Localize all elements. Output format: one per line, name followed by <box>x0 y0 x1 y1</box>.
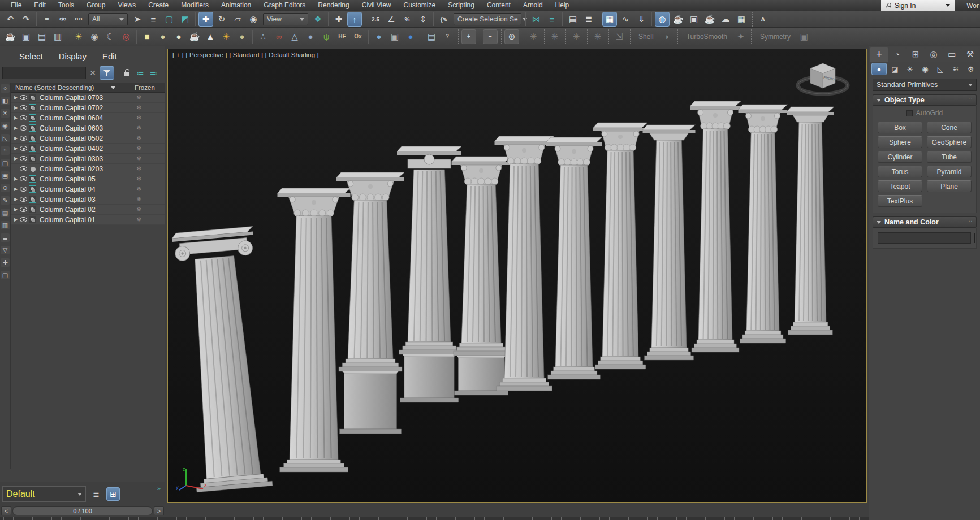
use-pivot-center-icon[interactable]: ❖ <box>310 12 325 27</box>
blue-sphere-icon[interactable]: ● <box>372 29 386 44</box>
teapot-icon[interactable]: ☕ <box>3 29 18 44</box>
next-frame-button[interactable]: > <box>154 506 164 515</box>
filter-containers-icon[interactable]: ✎ <box>1 196 10 205</box>
menu-help[interactable]: Help <box>549 0 576 11</box>
sun-icon[interactable]: ☀ <box>219 29 234 44</box>
rendered-frame-icon[interactable]: ▣ <box>687 12 701 27</box>
filter-cameras-icon[interactable]: ◉ <box>1 122 10 130</box>
tab-modify[interactable]: ◔ <box>888 47 906 62</box>
overflow-chevrons-icon[interactable]: » <box>157 485 161 492</box>
menu-civil-view[interactable]: Civil View <box>356 0 398 11</box>
frozen-toggle-icon[interactable]: ❄ <box>131 104 165 111</box>
menu-graph-editors[interactable]: Graph Editors <box>257 0 312 11</box>
teapot-button[interactable]: Teapot <box>878 180 922 192</box>
render-setup-icon[interactable]: ☕ <box>671 12 685 27</box>
expand-arrow-icon[interactable]: ▶ <box>11 105 19 110</box>
isolate-layers-button[interactable]: ≣ <box>89 487 103 501</box>
render-presets-icon[interactable]: ▦ <box>734 12 749 27</box>
selection-filter-button[interactable] <box>100 66 114 80</box>
render-cloud-icon[interactable]: ☁ <box>718 12 733 27</box>
textplus-button[interactable]: TextPlus <box>878 195 922 207</box>
expand-arrow-icon[interactable]: ▶ <box>11 125 19 131</box>
filter-materials-icon[interactable]: ▤ <box>1 209 10 217</box>
name-column-header[interactable]: Name (Sorted Descending) <box>11 84 131 91</box>
viewport-menu-plus[interactable]: [ + ] <box>172 51 184 58</box>
filter-y-icon[interactable]: ▽ <box>1 246 10 254</box>
visibility-eye-icon[interactable] <box>20 136 27 141</box>
previous-frame-button[interactable]: < <box>1 506 11 515</box>
symmetry-label[interactable]: Symmetry <box>760 33 791 41</box>
ornatrix-icon[interactable]: Ox <box>351 29 365 44</box>
unlink-icon[interactable]: ⚮ <box>55 12 70 27</box>
cat-cameras[interactable]: ◉ <box>918 63 932 75</box>
column-model[interactable] <box>643 125 696 360</box>
column-model[interactable] <box>278 188 351 472</box>
select-place-icon[interactable]: ◉ <box>246 12 261 27</box>
lattice-2-icon[interactable]: ✳ <box>547 29 562 44</box>
olive-sphere-icon[interactable]: ● <box>235 29 249 44</box>
turbosmooth-label[interactable]: TurboSmooth <box>687 33 727 41</box>
menu-rendering[interactable]: Rendering <box>312 0 355 11</box>
expand-arrow-icon[interactable]: ▶ <box>11 156 19 161</box>
frozen-toggle-icon[interactable]: ❄ <box>131 135 165 142</box>
filter-all-icon[interactable]: ○ <box>1 84 10 93</box>
pylon-icon[interactable]: △ <box>287 29 302 44</box>
glow-sphere-icon[interactable]: ● <box>171 29 186 44</box>
table-row[interactable]: ▶Column Capital 0703❄ <box>11 93 165 103</box>
globe-grid-icon[interactable]: ⊕ <box>504 29 519 44</box>
turbosmooth-icon[interactable]: ✦ <box>733 29 748 44</box>
cat-geometry[interactable]: ● <box>871 63 887 75</box>
time-slider[interactable]: 0 / 100 <box>12 506 153 515</box>
lock-icon[interactable] <box>124 69 131 77</box>
select-move-icon[interactable]: ✚ <box>198 12 213 27</box>
tab-motion[interactable]: ◎ <box>925 47 943 62</box>
table-row[interactable]: ▶Column Capital 0604❄ <box>11 113 165 123</box>
table-row[interactable]: ▶Column Capital 02❄ <box>11 205 165 215</box>
symmetry-icon[interactable]: ▣ <box>797 29 811 44</box>
column-model[interactable] <box>787 107 834 335</box>
expand-arrow-icon[interactable]: ▶ <box>11 217 19 222</box>
plane-button[interactable]: Plane <box>927 180 972 192</box>
viewport-canvas[interactable] <box>168 49 867 503</box>
table-row[interactable]: ▶Column Capital 0603❄ <box>11 123 165 133</box>
schematic-view-icon[interactable]: ⇓ <box>634 12 649 27</box>
undo-icon[interactable]: ↶ <box>3 12 18 27</box>
filter-helpers-icon[interactable]: ◺ <box>1 134 10 142</box>
filter-lights-icon[interactable]: ☀ <box>1 109 10 118</box>
viewcube[interactable]: FRONT <box>792 56 854 100</box>
lattice-3-icon[interactable]: ✳ <box>569 29 584 44</box>
visibility-eye-icon[interactable] <box>20 197 27 202</box>
menu-content[interactable]: Content <box>481 0 517 11</box>
align-icon[interactable]: ≡ <box>545 12 559 27</box>
visibility-eye-icon[interactable] <box>20 217 27 222</box>
autogrid-checkbox[interactable] <box>906 110 913 116</box>
panel-slider-icon[interactable]: ▥ <box>50 29 65 44</box>
visibility-eye-icon[interactable] <box>20 95 27 100</box>
primitive-category-dropdown[interactable]: Standard Primitives <box>873 79 977 91</box>
list-export-icon[interactable]: ▤ <box>424 29 439 44</box>
molecule-icon[interactable]: ∞ <box>271 29 286 44</box>
explorer-menu-display[interactable]: Display <box>52 50 93 62</box>
menu-scripting[interactable]: Scripting <box>442 0 481 11</box>
curve-editor-icon[interactable]: ∿ <box>618 12 633 27</box>
table-row[interactable]: ▶Column Capital 05❄ <box>11 174 165 184</box>
angle-snap-icon[interactable]: ∠ <box>384 12 399 27</box>
cat-shapes[interactable]: ◪ <box>888 63 902 75</box>
snap-toggle-icon[interactable]: 2.5 <box>368 12 383 27</box>
shell-label[interactable]: Shell <box>638 33 654 41</box>
mirror-icon[interactable]: ⋈ <box>529 12 543 27</box>
reference-coordinate-dropdown[interactable]: View <box>263 13 308 25</box>
visibility-eye-icon[interactable] <box>20 207 27 212</box>
table-row[interactable]: Column Capital 0203❄ <box>11 164 165 174</box>
frozen-toggle-icon[interactable]: ❄ <box>131 114 165 122</box>
menu-create[interactable]: Create <box>142 0 175 11</box>
expand-arrow-icon[interactable]: ▶ <box>11 95 19 100</box>
camera-moon-icon[interactable]: ☾ <box>103 29 118 44</box>
scene-explorer-toggle-icon[interactable]: ▤ <box>565 12 580 27</box>
object-type-rollout[interactable]: Object Type ∷ <box>873 94 977 106</box>
filter-groups-icon[interactable]: ▢ <box>1 159 10 167</box>
expand-arrow-icon[interactable]: ▶ <box>11 176 19 181</box>
percent-snap-icon[interactable]: % <box>400 12 415 27</box>
menu-modifiers[interactable]: Modifiers <box>175 0 215 11</box>
cat-systems[interactable]: ⚙ <box>964 63 978 75</box>
